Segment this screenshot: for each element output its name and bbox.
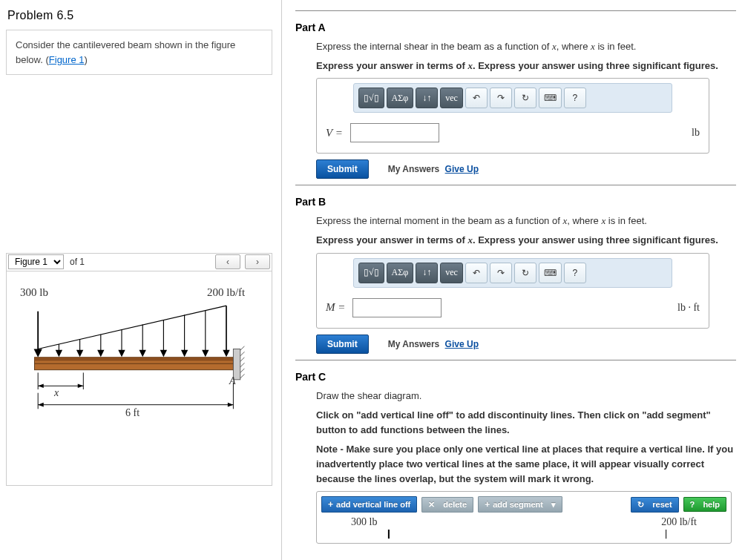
graph-help-button[interactable]: ? help (683, 497, 726, 512)
A-label: A (229, 375, 236, 387)
subscript-button[interactable]: ↓↑ (416, 263, 438, 283)
figure-prev-button[interactable]: ‹ (215, 254, 240, 269)
beam-diagram (17, 285, 261, 459)
help-button[interactable]: ? (564, 263, 586, 283)
part-a-links: My Answers Give Up (388, 164, 479, 174)
figure-link[interactable]: Figure 1 (49, 54, 85, 65)
part-b-links: My Answers Give Up (388, 339, 479, 349)
svg-rect-23 (35, 358, 234, 361)
part-b-answer-input[interactable] (352, 298, 442, 317)
svg-marker-3 (56, 350, 62, 356)
vector-button[interactable]: vec (440, 263, 463, 283)
add-segment-button[interactable]: +add segment ▾ (478, 496, 562, 513)
redo-button[interactable]: ↷ (490, 263, 512, 283)
template-button[interactable]: ▯√▯ (358, 88, 384, 108)
graph-right-label: 200 lb/ft (661, 516, 697, 528)
part-b-giveup-link[interactable]: Give Up (445, 339, 479, 349)
svg-marker-11 (140, 350, 145, 356)
svg-marker-17 (203, 350, 209, 356)
figure-count-label: of 1 (68, 257, 85, 267)
part-a-title: Part A (295, 19, 736, 39)
svg-marker-21 (34, 349, 42, 357)
undo-button[interactable]: ↶ (465, 88, 488, 108)
svg-marker-36 (78, 383, 84, 388)
svg-marker-5 (77, 350, 83, 356)
x-dim-label: x (54, 387, 59, 399)
help-button[interactable]: ? (564, 88, 586, 108)
span-label: 6 ft (125, 407, 140, 419)
part-c-instruction-2: Click on "add vertical line off" to add … (316, 408, 736, 442)
part-b-instruction-1: Express the internal moment in the beam … (316, 214, 736, 233)
add-vertical-line-button[interactable]: +add vertical line off (321, 496, 417, 513)
svg-marker-40 (38, 403, 44, 407)
greek-button[interactable]: ΑΣφ (387, 88, 414, 108)
svg-line-27 (240, 352, 245, 356)
part-c-instruction-1: Draw the shear diagram. (316, 389, 736, 408)
part-c-instruction-3: Note - Make sure you place only one vert… (316, 442, 736, 491)
graph-reset-button[interactable]: ↻ reset (631, 497, 678, 513)
graph-left-label: 300 lb (351, 516, 377, 528)
svg-marker-9 (119, 350, 125, 356)
svg-marker-35 (38, 383, 44, 388)
svg-line-31 (240, 374, 245, 378)
figure-selector-bar: Figure 1 of 1 ‹ › (6, 253, 272, 271)
plus-icon: + (485, 499, 490, 510)
problem-prompt: Consider the cantilevered beam shown in … (6, 30, 272, 75)
svg-marker-15 (182, 350, 188, 356)
dist-load-label: 200 lb/ft (207, 286, 245, 299)
svg-line-0 (38, 306, 226, 349)
keyboard-button[interactable]: ⌨ (539, 88, 562, 108)
equation-toolbar: ▯√▯ ΑΣφ ↓↑ vec ↶ ↷ ↻ ⌨ ? (353, 258, 672, 288)
vector-button[interactable]: vec (440, 88, 463, 108)
part-a-instruction-2: Express your answer in terms of x. Expre… (316, 59, 736, 78)
x-icon: ✕ (428, 500, 435, 510)
part-a-answer-input[interactable] (350, 123, 439, 142)
part-c-title: Part C (295, 368, 736, 389)
template-button[interactable]: ▯√▯ (358, 263, 384, 283)
part-a-unit: lb (692, 127, 700, 139)
svg-line-29 (240, 363, 245, 367)
subscript-button[interactable]: ↓↑ (416, 88, 438, 108)
svg-line-26 (240, 346, 245, 351)
problem-title: Problem 6.5 (6, 6, 272, 30)
chevron-down-icon: ▾ (551, 500, 556, 510)
equation-toolbar: ▯√▯ ΑΣφ ↓↑ vec ↶ ↷ ↻ ⌨ ? (353, 83, 672, 113)
keyboard-button[interactable]: ⌨ (539, 263, 562, 283)
graph-preview (321, 528, 726, 538)
part-a-giveup-link[interactable]: Give Up (445, 164, 479, 174)
part-a-answer-box: ▯√▯ ΑΣφ ↓↑ vec ↶ ↷ ↻ ⌨ ? V = lb (316, 78, 709, 154)
svg-marker-7 (98, 350, 104, 356)
part-b-instruction-2: Express your answer in terms of x. Expre… (316, 233, 736, 252)
svg-line-30 (240, 369, 245, 373)
figure-select[interactable]: Figure 1 (8, 254, 64, 269)
svg-marker-13 (161, 350, 167, 356)
redo-button[interactable]: ↷ (490, 88, 512, 108)
part-b-submit-button[interactable]: Submit (316, 335, 369, 354)
svg-line-28 (240, 358, 245, 362)
part-a-var-label: V = (326, 127, 343, 139)
part-b-unit: lb · ft (677, 302, 700, 314)
reset-button[interactable]: ↻ (514, 88, 536, 108)
figure-canvas: 300 lb 200 lb/ft x A 6 ft (6, 271, 272, 486)
plus-icon: + (328, 499, 333, 510)
reset-button[interactable]: ↻ (514, 263, 536, 283)
svg-marker-41 (228, 403, 234, 407)
graph-toolbar: +add vertical line off ✕ delete +add seg… (321, 495, 726, 514)
part-b-var-label: M = (326, 301, 345, 314)
part-b-answer-box: ▯√▯ ΑΣφ ↓↑ vec ↶ ↷ ↻ ⌨ ? M = lb · ft (316, 253, 709, 329)
part-b-title: Part B (295, 193, 736, 214)
prompt-text-after: ) (85, 54, 88, 65)
help-icon: ? (690, 500, 695, 509)
graph-box: +add vertical line off ✕ delete +add seg… (316, 491, 732, 543)
undo-button[interactable]: ↶ (465, 263, 488, 283)
svg-marker-19 (223, 350, 229, 356)
delete-button[interactable]: ✕ delete (421, 497, 473, 513)
part-a-instruction-1: Express the internal shear in the beam a… (316, 39, 736, 59)
point-load-label: 300 lb (20, 286, 48, 299)
figure-next-button[interactable]: › (245, 254, 270, 269)
greek-button[interactable]: ΑΣφ (387, 263, 414, 283)
reset-icon: ↻ (637, 500, 644, 510)
part-a-submit-button[interactable]: Submit (316, 159, 369, 179)
